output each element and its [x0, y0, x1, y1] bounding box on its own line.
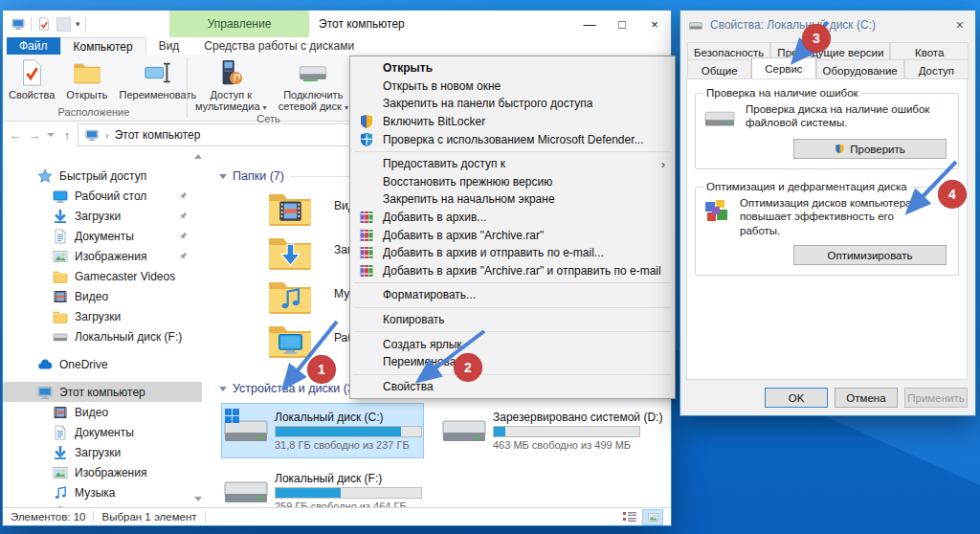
minimize-button[interactable]: —	[573, 11, 606, 37]
check-button[interactable]: Проверить	[793, 139, 947, 159]
sidebar-item[interactable]: OneDrive	[3, 354, 202, 374]
sidebar-item-label: Документы	[75, 426, 134, 439]
menu-item-icon	[358, 337, 375, 352]
menu-item-label: Свойства	[383, 380, 665, 393]
context-menu-item[interactable]: Предоставить доступ к ›	[352, 155, 673, 173]
maximize-button[interactable]: □	[606, 11, 638, 37]
sidebar-item-icon	[53, 289, 68, 304]
context-menu-item[interactable]: Форматировать... ›	[352, 286, 673, 304]
sidebar-item[interactable]: Этот компьютер	[3, 382, 202, 402]
drive-usage-bar	[493, 426, 640, 437]
sidebar-item[interactable]: Изображения	[3, 462, 202, 482]
dialog-tab[interactable]: Общие	[687, 59, 751, 80]
window-controls: — □ ×	[573, 11, 671, 37]
status-bar: Элементов: 10 Выбран 1 элемент	[3, 507, 671, 525]
dialog-tab[interactable]: Квота	[890, 42, 969, 61]
sidebar-item[interactable]: Загрузки	[3, 306, 202, 326]
ribbon-tab[interactable]: Файл	[7, 37, 60, 55]
details-view-button[interactable]	[620, 509, 639, 523]
sidebar-item-icon	[53, 445, 68, 460]
menu-item-label: Форматировать...	[383, 288, 665, 301]
drive-item[interactable]: Локальный диск (C:) 31,8 ГБ свободно из …	[221, 403, 424, 458]
context-menu: Открыть › Открыть в новом окне › Закрепи…	[349, 56, 676, 399]
sidebar-item[interactable]: Документы	[3, 226, 202, 246]
menu-item-icon	[358, 114, 375, 129]
dialog-tabs-back-row: БезопасностьПредыдущие версииКвота	[687, 42, 969, 61]
up-icon[interactable]: ↑	[58, 128, 76, 143]
context-menu-item[interactable]: Добавить в архив "Archive.rar" ›	[352, 226, 673, 244]
menu-item-icon	[358, 60, 375, 76]
apply-button[interactable]: Применить	[904, 388, 968, 408]
sidebar-item[interactable]: Рабочий стол	[3, 186, 202, 206]
context-menu-item[interactable]: Открыть в новом окне ›	[352, 78, 673, 96]
context-menu-item[interactable]: Закрепить на начальном экране ›	[352, 190, 673, 209]
menu-item-label: Открыть	[383, 61, 665, 75]
context-menu-item[interactable]: Открыть ›	[352, 59, 673, 78]
context-menu-item[interactable]: Создать ярлык ›	[352, 335, 673, 353]
sidebar-item[interactable]: Документы	[3, 422, 202, 442]
context-menu-item[interactable]: Проверка с использованием Microsoft Defe…	[352, 130, 673, 148]
scrollbar-up-icon[interactable]	[194, 154, 202, 159]
properties-dialog: Свойства: Локальный диск (C:) × Безопасн…	[679, 10, 976, 416]
context-menu-item[interactable]: Включить BitLocker ›	[352, 113, 673, 131]
sidebar-item[interactable]: Видео	[3, 402, 202, 422]
dialog-buttons: OK Отмена Применить	[765, 388, 968, 408]
sidebar-item[interactable]: Музыка	[3, 482, 202, 502]
error-check-text: Проверка диска на наличие ошибок файлово…	[746, 102, 937, 130]
context-menu-item[interactable]: Добавить в архив... ›	[352, 209, 673, 227]
open-folder-icon	[73, 58, 101, 87]
drive-item[interactable]: Зарезервировано системой (D:) 463 МБ сво…	[439, 403, 642, 458]
submenu-arrow-icon: ›	[661, 157, 665, 171]
quick-access-toolbar: ▾	[3, 17, 86, 32]
sidebar-item[interactable]: Изображения	[3, 246, 202, 266]
drive-name: Локальный диск (F:)	[275, 472, 422, 485]
ribbon-tab[interactable]: Компьютер	[60, 37, 146, 55]
pin-icon	[178, 231, 189, 241]
sidebar-item-icon	[37, 385, 53, 400]
cancel-button[interactable]: Отмена	[835, 388, 898, 408]
dialog-tab-page: Проверка на наличие ошибок Проверка диск…	[686, 78, 968, 380]
open-button[interactable]: Открыть	[60, 58, 113, 100]
properties-button[interactable]: Свойства	[3, 58, 60, 100]
breadcrumb[interactable]: Этот компьютер	[115, 128, 201, 142]
ribbon-tab[interactable]: Вид	[146, 37, 192, 55]
back-icon[interactable]: ←	[7, 128, 24, 143]
context-menu-item[interactable]: Добавить в архив "Archive.rar" и отправи…	[352, 262, 673, 280]
rename-icon	[144, 58, 172, 87]
ok-button[interactable]: OK	[765, 388, 828, 408]
customize-qat-dropdown-icon[interactable]: ▾	[76, 19, 80, 29]
drive-item[interactable]: Локальный диск (F:) 259 ГБ свободно из 4…	[221, 464, 424, 507]
recent-locations-dropdown-icon[interactable]	[47, 133, 55, 137]
context-menu-item[interactable]: Закрепить на панели быстрого доступа ›	[352, 95, 673, 113]
properties-qat-icon[interactable]	[36, 17, 52, 31]
menu-separator	[354, 331, 671, 332]
sidebar-item[interactable]: Быстрый доступ	[3, 166, 202, 186]
context-menu-item[interactable]: Копировать ›	[352, 311, 673, 329]
close-button[interactable]: ×	[638, 11, 671, 37]
context-menu-item[interactable]: Восстановить прежнюю версию ›	[352, 173, 673, 191]
dialog-tab[interactable]: Оборудование	[816, 59, 904, 80]
sidebar-item[interactable]: Gamecaster Videos	[3, 266, 202, 286]
hdd-icon	[703, 106, 736, 131]
ribbon-tab[interactable]: Средства работы с дисками	[191, 37, 367, 55]
menu-item-icon	[358, 156, 375, 171]
context-menu-item[interactable]: Переименовать ›	[352, 353, 673, 371]
forward-icon[interactable]: →	[26, 128, 43, 143]
collapse-chevron-icon	[219, 174, 227, 179]
optimize-button[interactable]: Оптимизировать	[793, 245, 947, 265]
sidebar-item[interactable]: Загрузки	[3, 206, 202, 226]
media-access-button[interactable]: Доступ кмультимедиа ▾	[189, 58, 273, 113]
uac-shield-icon	[835, 144, 845, 154]
sidebar-item[interactable]: Загрузки	[3, 442, 202, 462]
sidebar-item[interactable]: Локальный диск (F:)	[3, 326, 202, 346]
large-icons-view-button[interactable]	[642, 509, 663, 525]
dialog-tab[interactable]: Сервис	[751, 57, 815, 78]
map-network-drive-button[interactable]: Подключитьсетевой диск ▾	[273, 58, 354, 113]
context-menu-item[interactable]: Добавить в архив и отправить по e-mail..…	[352, 244, 673, 262]
context-menu-item[interactable]: Свойства ›	[352, 378, 673, 396]
scrollbar-down-icon[interactable]	[194, 497, 202, 501]
dialog-tab[interactable]: Доступ	[904, 59, 969, 80]
sidebar-item[interactable]: Видео	[3, 286, 202, 306]
dialog-close-icon[interactable]: ×	[952, 17, 968, 33]
this-pc-icon[interactable]	[11, 17, 26, 31]
